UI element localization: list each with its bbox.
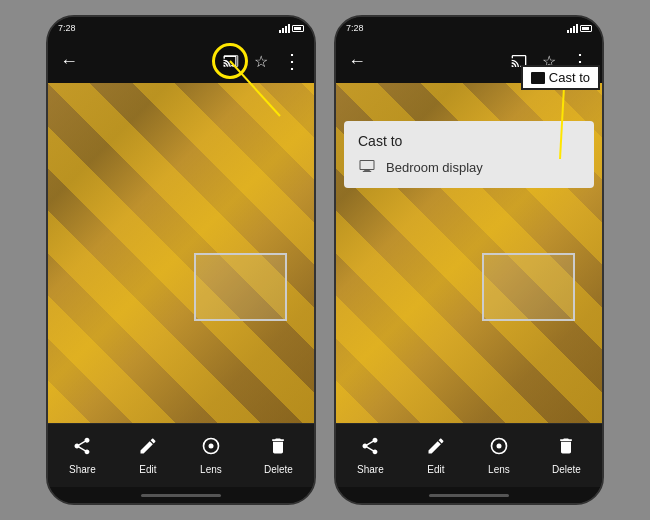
- home-bar-left: [141, 494, 221, 497]
- lens-button-right[interactable]: Lens: [488, 436, 510, 475]
- lens-icon-right: [489, 436, 509, 461]
- svg-rect-4: [360, 160, 374, 169]
- home-indicator-right: [336, 487, 602, 503]
- left-phone: 7:28 ←: [46, 15, 316, 505]
- top-bar-right: ← ☆ ⋮ Cast to: [336, 39, 602, 83]
- delete-icon-right: [556, 436, 576, 461]
- top-actions-left: ☆ ⋮: [222, 49, 302, 73]
- bottom-bar-right: Share Edit Lens Delete: [336, 423, 602, 487]
- battery-icon-right: [580, 25, 592, 32]
- lens-icon-left: [201, 436, 221, 461]
- cast-menu-overlay[interactable]: Cast to Bedroom display: [344, 121, 594, 188]
- status-bar-left: 7:28: [48, 17, 314, 39]
- status-bar-right: 7:28: [336, 17, 602, 39]
- edit-label-left: Edit: [139, 464, 156, 475]
- photo-left: [48, 83, 314, 423]
- status-icons-left: [279, 24, 304, 33]
- photo-area-left: [48, 83, 314, 423]
- label-overlay-right: [482, 253, 575, 321]
- top-bar-left: ← ☆ ⋮: [48, 39, 314, 83]
- bottom-bar-left: Share Edit Lens Delete: [48, 423, 314, 487]
- edit-label-right: Edit: [427, 464, 444, 475]
- svg-point-8: [496, 444, 501, 449]
- lens-label-right: Lens: [488, 464, 510, 475]
- signal-icon-right: [567, 24, 578, 33]
- bedroom-display-label: Bedroom display: [386, 160, 483, 175]
- delete-label-left: Delete: [264, 464, 293, 475]
- cast-to-annotation-box: Cast to: [521, 65, 600, 90]
- cast-menu-title: Cast to: [358, 133, 580, 149]
- edit-button-left[interactable]: Edit: [138, 436, 158, 475]
- battery-icon: [292, 25, 304, 32]
- more-button-left[interactable]: ⋮: [282, 49, 302, 73]
- share-label-left: Share: [69, 464, 96, 475]
- lens-label-left: Lens: [200, 464, 222, 475]
- cast-menu-bedroom-item[interactable]: Bedroom display: [358, 159, 580, 176]
- right-phone: 7:28 ← ☆ ⋮ Cast to: [334, 15, 604, 505]
- photo-area-right: Cast to Bedroom display: [336, 83, 602, 423]
- delete-label-right: Delete: [552, 464, 581, 475]
- edit-button-right[interactable]: Edit: [426, 436, 446, 475]
- star-button-left[interactable]: ☆: [254, 52, 268, 71]
- signal-icon: [279, 24, 290, 33]
- cast-to-small-icon: [531, 72, 545, 84]
- label-overlay-left: [194, 253, 287, 321]
- share-label-right: Share: [357, 464, 384, 475]
- share-icon-left: [72, 436, 92, 461]
- lens-button-left[interactable]: Lens: [200, 436, 222, 475]
- home-indicator-left: [48, 487, 314, 503]
- cast-button-area-left: [222, 53, 240, 69]
- svg-point-2: [208, 444, 213, 449]
- status-icons-right: [567, 24, 592, 33]
- bedroom-display-icon: [358, 159, 376, 176]
- cast-circle-annotation: [212, 43, 248, 79]
- share-button-left[interactable]: Share: [69, 436, 96, 475]
- share-button-right[interactable]: Share: [357, 436, 384, 475]
- svg-rect-5: [364, 170, 370, 171]
- status-time-right: 7:28: [346, 23, 364, 33]
- delete-button-right[interactable]: Delete: [552, 436, 581, 475]
- status-time-left: 7:28: [58, 23, 76, 33]
- cast-to-annotation-label: Cast to: [549, 70, 590, 85]
- delete-button-left[interactable]: Delete: [264, 436, 293, 475]
- share-icon-right: [360, 436, 380, 461]
- edit-icon-right: [426, 436, 446, 461]
- back-button-left[interactable]: ←: [60, 51, 78, 72]
- back-button-right[interactable]: ←: [348, 51, 366, 72]
- home-bar-right: [429, 494, 509, 497]
- svg-rect-6: [363, 171, 371, 172]
- edit-icon-left: [138, 436, 158, 461]
- delete-icon-left: [268, 436, 288, 461]
